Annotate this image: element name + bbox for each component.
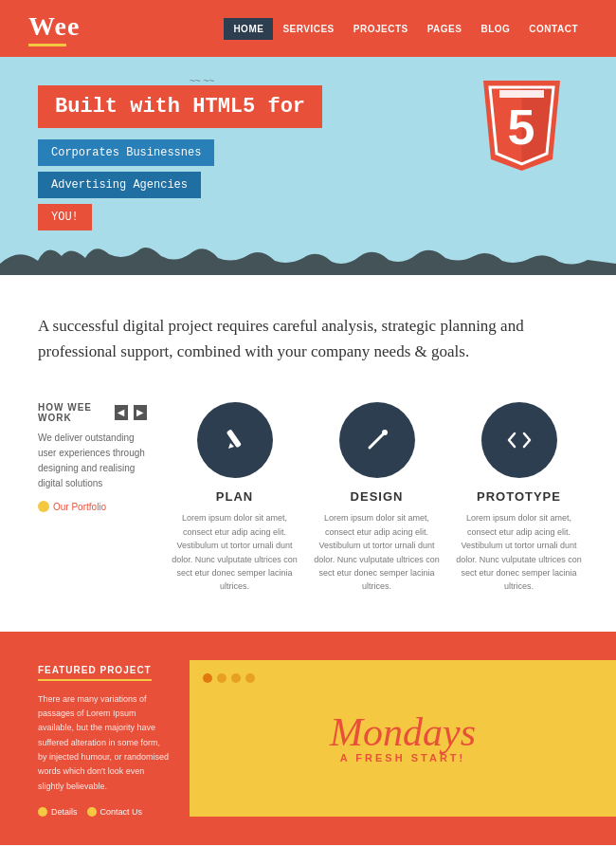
hero-content-left: Built with HTML5 for ~~ ~~ Corporates Bu… bbox=[38, 85, 464, 236]
featured-dots bbox=[203, 673, 255, 683]
svg-rect-5 bbox=[226, 430, 241, 449]
pencil-icon bbox=[221, 426, 249, 454]
dot-4[interactable] bbox=[245, 673, 255, 683]
tagline-text: A successful digital project requires ca… bbox=[38, 313, 531, 364]
portfolio-link[interactable]: Our Portfolio bbox=[38, 501, 147, 512]
nav-pages[interactable]: PAGES bbox=[418, 18, 472, 40]
featured-brand-name: Mondays bbox=[330, 712, 476, 752]
dot-3[interactable] bbox=[231, 673, 241, 683]
nav-home[interactable]: HOME bbox=[224, 18, 273, 40]
hero-tag-agencies[interactable]: Advertising Agencies bbox=[38, 172, 201, 198]
featured-section: FEATURED PROJECT There are many variatio… bbox=[0, 632, 616, 845]
work-card-prototype: PROTOTYPE Lorem ipsum dolor sit amet, co… bbox=[453, 402, 586, 593]
featured-links-container: Details Contact Us bbox=[38, 807, 171, 817]
design-text: Lorem ipsum dolor sit amet, consect etur… bbox=[311, 511, 444, 593]
design-icon bbox=[363, 426, 391, 454]
featured-details-link[interactable]: Details bbox=[38, 807, 78, 817]
nav-blog[interactable]: BLOG bbox=[471, 18, 519, 40]
featured-right-panel: Mondays A FRESH START! bbox=[190, 660, 616, 817]
work-title-container: HOW WEE WORK ◀ ▶ bbox=[38, 402, 147, 423]
plan-title: PLAN bbox=[169, 489, 301, 504]
html5-shield-svg: 5 bbox=[477, 76, 567, 175]
hero-section: Built with HTML5 for ~~ ~~ Corporates Bu… bbox=[0, 57, 616, 275]
logo-container: Wee bbox=[28, 11, 80, 46]
plan-text: Lorem ipsum dolor sit amet, consect etur… bbox=[169, 511, 301, 593]
svg-text:5: 5 bbox=[507, 100, 534, 155]
plan-icon-circle bbox=[197, 402, 273, 478]
featured-brand-sub: A FRESH START! bbox=[330, 752, 476, 763]
svg-point-8 bbox=[382, 430, 388, 435]
portfolio-link-icon bbox=[38, 501, 49, 512]
hero-tag-corporates[interactable]: Corporates Businessnes bbox=[38, 139, 214, 166]
work-prev-button[interactable]: ◀ bbox=[115, 405, 128, 420]
contact-link-icon bbox=[87, 807, 97, 817]
featured-brand: Mondays A FRESH START! bbox=[330, 712, 476, 763]
featured-left-panel: FEATURED PROJECT There are many variatio… bbox=[0, 660, 190, 817]
contact-link-text: Contact Us bbox=[100, 807, 143, 817]
birds-decoration: ~~ ~~ bbox=[190, 76, 214, 86]
work-next-button[interactable]: ▶ bbox=[134, 405, 147, 420]
work-title-text: HOW WEE WORK bbox=[38, 402, 109, 423]
hero-html5-badge: 5 bbox=[464, 76, 578, 175]
prototype-icon-circle bbox=[481, 402, 557, 478]
work-section: HOW WEE WORK ◀ ▶ We deliver outstanding … bbox=[0, 393, 616, 631]
featured-contact-link[interactable]: Contact Us bbox=[87, 807, 143, 817]
logo-underline bbox=[28, 44, 66, 46]
prototype-text: Lorem ipsum dolor sit amet, consect etur… bbox=[453, 511, 586, 593]
logo: Wee bbox=[28, 11, 80, 42]
featured-label: FEATURED PROJECT bbox=[38, 665, 152, 681]
details-link-text: Details bbox=[51, 807, 78, 817]
details-link-icon bbox=[38, 807, 47, 817]
dot-2[interactable] bbox=[217, 673, 226, 683]
svg-marker-6 bbox=[228, 443, 234, 449]
hero-title: Built with HTML5 for bbox=[38, 85, 322, 128]
dot-1[interactable] bbox=[203, 673, 212, 683]
design-title: DESIGN bbox=[311, 489, 444, 504]
work-card-plan: PLAN Lorem ipsum dolor sit amet, consect… bbox=[169, 402, 301, 593]
work-card-design: DESIGN Lorem ipsum dolor sit amet, conse… bbox=[311, 402, 444, 593]
work-left-panel: HOW WEE WORK ◀ ▶ We deliver outstanding … bbox=[0, 402, 166, 593]
svg-line-7 bbox=[370, 432, 385, 448]
nav-projects[interactable]: PROJECTS bbox=[344, 18, 418, 40]
nav-services[interactable]: SERVICES bbox=[273, 18, 343, 40]
work-cards-container: PLAN Lorem ipsum dolor sit amet, consect… bbox=[166, 402, 616, 593]
tagline-section: A successful digital project requires ca… bbox=[0, 275, 616, 393]
main-nav: HOME SERVICES PROJECTS PAGES BLOG CONTAC… bbox=[224, 18, 588, 40]
prototype-title: PROTOTYPE bbox=[453, 489, 586, 504]
svg-rect-4 bbox=[499, 90, 544, 98]
code-icon bbox=[505, 426, 534, 454]
header: Wee HOME SERVICES PROJECTS PAGES BLOG CO… bbox=[0, 0, 616, 57]
design-icon-circle bbox=[339, 402, 415, 478]
work-description: We deliver outstanding user experiences … bbox=[38, 431, 147, 491]
portfolio-link-text: Our Portfolio bbox=[53, 502, 106, 512]
nav-contact[interactable]: CONTACT bbox=[519, 18, 588, 40]
hero-tree-silhouette bbox=[0, 237, 616, 275]
hero-tag-you[interactable]: YOU! bbox=[38, 204, 92, 230]
featured-description: There are many variations of passages of… bbox=[38, 692, 171, 794]
